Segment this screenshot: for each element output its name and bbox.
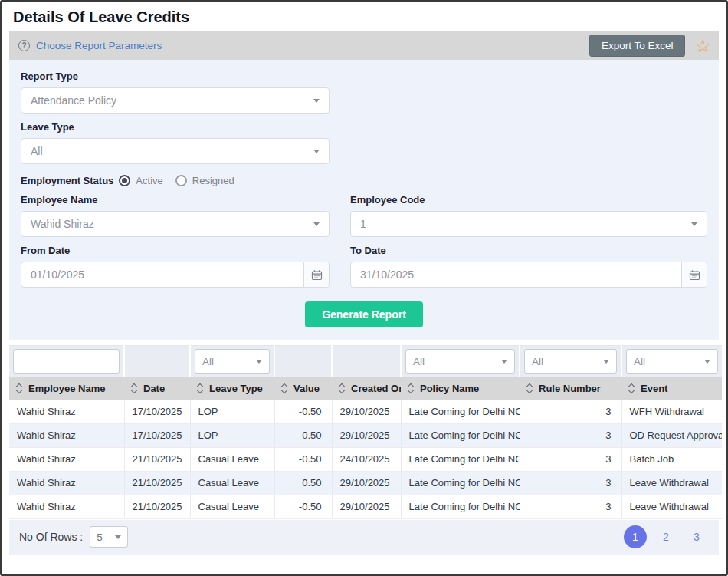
date-row: From Date 01/10/2025 [21,237,707,288]
column-header-created-on[interactable]: Created On [332,377,401,400]
table-cell: Late Coming for Delhi NCR [401,400,520,423]
chevron-down-icon [313,222,320,226]
params-bar-left: ? Choose Report Parameters [18,40,162,51]
page-button-3[interactable]: 3 [685,525,708,548]
rows-per-page-select[interactable]: 5 [90,526,128,548]
sort-icon[interactable] [132,384,136,393]
sort-icon[interactable] [17,384,21,393]
pagination: 1 2 3 [624,525,708,548]
employment-status-row: Employment Status Active Resigned [21,175,707,186]
table-cell: 3 [520,495,621,518]
table-cell: Casual Leave [190,495,274,518]
from-date-value: 01/10/2025 [21,262,303,287]
employee-code-select[interactable]: 1 [350,211,707,237]
table-cell: -0.50 [274,400,332,423]
employment-status-radio-resigned[interactable] [175,175,187,186]
table-row: Wahid Shiraz17/10/2025LOP-0.5029/10/2025… [9,400,722,423]
column-header-value[interactable]: Value [274,377,332,400]
to-date-input[interactable]: 31/10/2025 [350,262,707,288]
sort-icon[interactable] [527,384,532,393]
date-filter-cell [124,346,190,377]
table-cell: 29/10/2025 [332,423,401,447]
column-header-employee-name[interactable]: Employee Name [9,377,124,400]
table-cell: Late Coming for Delhi NCR [401,495,520,518]
column-header-leave-type[interactable]: Leave Type [190,377,274,400]
table-cell: Casual Leave [190,447,274,471]
sort-icon[interactable] [339,384,344,393]
event-filter-select[interactable]: All [626,349,718,374]
column-header-date[interactable]: Date [124,377,190,400]
table-cell: Late Coming for Delhi NCR [401,423,520,447]
employment-status-radio-active[interactable] [119,175,130,186]
table-cell: 3 [520,447,621,471]
table-cell: 17/10/2025 [124,423,190,447]
table-cell: Wahid Shiraz [9,423,124,447]
table-cell: 21/10/2025 [124,471,190,495]
table-cell: Wahid Shiraz [9,495,124,518]
results-table: All All All [9,345,722,519]
column-header-rule-number[interactable]: Rule Number [520,377,621,400]
table-body: Wahid Shiraz17/10/2025LOP-0.5029/10/2025… [9,400,722,518]
page-button-1[interactable]: 1 [624,525,647,548]
employee-name-select[interactable]: Wahid Shiraz [21,211,330,237]
leave-type-label: Leave Type [21,121,707,133]
rule-number-filter-select[interactable]: All [524,349,617,374]
sort-icon[interactable] [198,384,202,393]
favorite-star-icon[interactable]: ☆ [694,37,711,55]
table-cell: Leave Withdrawal [621,471,722,495]
table-cell: 24/10/2025 [332,447,401,471]
table-cell: WFH Withdrawal [621,400,722,423]
event-filter-value: All [634,356,645,367]
policy-name-filter-select[interactable]: All [405,349,515,374]
column-header-policy-name[interactable]: Policy Name [401,377,520,400]
sort-icon[interactable] [629,384,634,393]
to-date-value: 31/10/2025 [351,262,681,287]
table-cell: LOP [190,423,274,447]
table-cell: 17/10/2025 [124,400,190,423]
employee-name-filter-input[interactable] [13,349,120,374]
from-date-label: From Date [21,245,330,256]
table-cell: Leave Withdrawal [621,495,722,518]
table-cell: 29/10/2025 [332,495,401,518]
page-button-2[interactable]: 2 [654,525,677,548]
column-header-event[interactable]: Event [621,377,722,400]
table-cell: 3 [520,471,621,495]
table-footer: No Of Rows : 5 1 2 3 [9,520,719,555]
table-row: Wahid Shiraz21/10/2025Casual Leave0.5029… [9,471,722,495]
table-header-row: Employee NameDateLeave TypeValueCreated … [9,377,722,400]
table-cell: 0.50 [274,423,332,447]
report-type-label: Report Type [21,71,707,82]
leave-type-filter-select[interactable]: All [195,349,270,374]
table-cell: 3 [520,400,621,423]
table-row: Wahid Shiraz17/10/2025LOP0.5029/10/2025L… [9,423,722,447]
results-table-wrap: All All All [9,345,719,519]
calendar-icon[interactable] [303,262,329,287]
report-type-select[interactable]: Attendance Policy [21,87,330,114]
employment-status-label: Employment Status [21,175,113,186]
table-cell: -0.50 [274,495,332,518]
value-filter-cell [274,346,332,377]
chevron-down-icon [704,360,710,364]
table-cell: 21/10/2025 [124,495,190,518]
report-parameters-bar: ? Choose Report Parameters Export To Exc… [9,31,719,60]
table-cell: LOP [190,400,274,423]
table-cell: 21/10/2025 [124,447,190,471]
export-to-excel-button[interactable]: Export To Excel [589,35,686,57]
sort-icon[interactable] [408,384,413,393]
sort-icon[interactable] [282,384,287,393]
choose-report-parameters-link[interactable]: Choose Report Parameters [36,40,162,51]
chevron-down-icon [603,360,609,364]
calendar-icon[interactable] [681,262,707,287]
leave-type-select[interactable]: All [21,138,330,164]
report-form: Report Type Attendance Policy Leave Type… [9,60,719,340]
leave-type-filter-value: All [202,356,214,367]
employee-name-value: Wahid Shiraz [31,218,94,230]
rule-number-filter-value: All [532,356,543,367]
from-date-input[interactable]: 01/10/2025 [21,262,330,288]
rows-per-page-control: No Of Rows : 5 [19,526,128,548]
employee-code-label: Employee Code [350,194,707,206]
table-row: Wahid Shiraz21/10/2025Casual Leave-0.502… [9,495,722,518]
table-cell: Wahid Shiraz [9,471,124,495]
help-icon[interactable]: ? [18,40,30,51]
generate-report-button[interactable]: Generate Report [305,301,423,327]
